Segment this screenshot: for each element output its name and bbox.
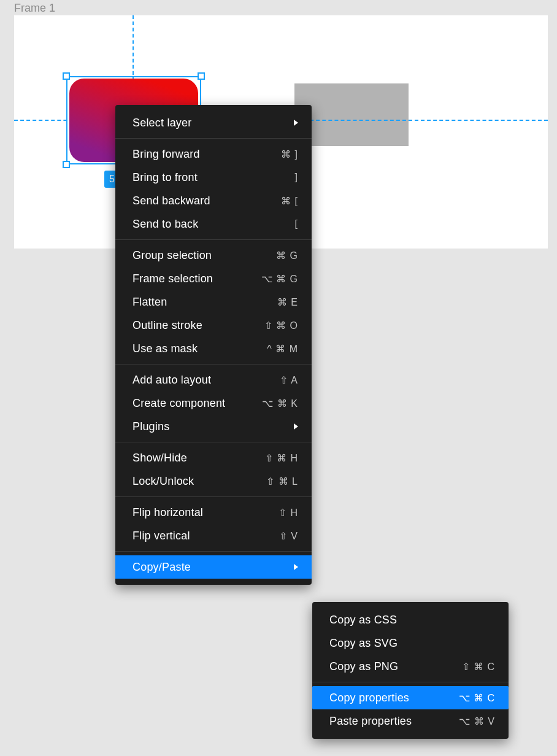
menu-item-use-as-mask[interactable]: Use as mask ^ ⌘ M (115, 337, 312, 360)
menu-item-label: Copy as PNG (329, 660, 398, 673)
menu-item-label: Select layer (133, 117, 191, 129)
menu-item-shortcut: ⇧ A (280, 374, 298, 386)
menu-item-shortcut: ⌥ ⌘ K (262, 398, 298, 409)
menu-item-shortcut: ⇧ ⌘ C (462, 661, 495, 673)
menu-item-label: Show/Hide (133, 452, 187, 465)
menu-item-label: Outline stroke (133, 319, 202, 332)
menu-item-shortcut: ⇧ V (279, 530, 298, 542)
menu-item-add-auto-layout[interactable]: Add auto layout ⇧ A (115, 368, 312, 392)
menu-item-copy-as-css[interactable]: Copy as CSS (312, 608, 509, 631)
resize-handle-top-left[interactable] (63, 72, 70, 80)
menu-item-shortcut: ⌘ ] (281, 148, 298, 160)
resize-handle-bottom-left[interactable] (63, 161, 70, 168)
menu-item-label: Copy as CSS (329, 614, 397, 627)
menu-separator (115, 496, 312, 497)
menu-separator (115, 442, 312, 442)
menu-item-shortcut: ⇧ ⌘ L (266, 476, 298, 487)
menu-separator (312, 682, 509, 682)
menu-separator (115, 138, 312, 139)
menu-item-label: Copy/Paste (133, 561, 191, 574)
menu-item-label: Copy properties (329, 692, 409, 704)
menu-item-copy-paste[interactable]: Copy/Paste (115, 555, 312, 579)
menu-item-send-backward[interactable]: Send backward ⌘ [ (115, 189, 312, 212)
menu-item-label: Lock/Unlock (133, 475, 194, 488)
menu-separator (115, 551, 312, 552)
menu-item-label: Create component (133, 397, 225, 410)
menu-item-label: Flip vertical (133, 530, 190, 542)
menu-item-flip-vertical[interactable]: Flip vertical ⇧ V (115, 524, 312, 547)
menu-item-label: Bring to front (133, 171, 198, 184)
menu-item-label: Send backward (133, 195, 210, 207)
menu-item-label: Frame selection (133, 272, 213, 285)
menu-item-label: Group selection (133, 249, 212, 262)
menu-item-copy-properties[interactable]: Copy properties ⌥ ⌘ C (312, 686, 509, 709)
menu-item-shortcut: ] (295, 172, 298, 183)
menu-separator (115, 364, 312, 364)
menu-item-shortcut: ⇧ ⌘ H (265, 452, 298, 464)
menu-item-group-selection[interactable]: Group selection ⌘ G (115, 244, 312, 267)
menu-item-flatten[interactable]: Flatten ⌘ E (115, 290, 312, 314)
submenu-arrow-icon (294, 423, 298, 430)
menu-item-copy-as-png[interactable]: Copy as PNG ⇧ ⌘ C (312, 655, 509, 678)
menu-item-bring-to-front[interactable]: Bring to front ] (115, 166, 312, 189)
menu-item-send-to-back[interactable]: Send to back [ (115, 212, 312, 236)
menu-item-shortcut: ^ ⌘ M (267, 343, 298, 355)
menu-item-label: Bring forward (133, 148, 200, 161)
menu-item-label: Flatten (133, 296, 167, 309)
menu-item-plugins[interactable]: Plugins (115, 415, 312, 438)
menu-item-shortcut: ⌥ ⌘ C (459, 692, 495, 704)
menu-item-label: Add auto layout (133, 374, 211, 387)
submenu-arrow-icon (294, 120, 298, 126)
menu-separator (115, 239, 312, 240)
menu-item-select-layer[interactable]: Select layer (115, 111, 312, 134)
menu-item-paste-properties[interactable]: Paste properties ⌥ ⌘ V (312, 709, 509, 733)
context-submenu-copy-paste[interactable]: Copy as CSS Copy as SVG Copy as PNG ⇧ ⌘ … (312, 602, 509, 739)
context-menu[interactable]: Select layer Bring forward ⌘ ] Bring to … (115, 105, 312, 585)
menu-item-label: Use as mask (133, 342, 198, 355)
menu-item-outline-stroke[interactable]: Outline stroke ⇧ ⌘ O (115, 314, 312, 337)
menu-item-label: Paste properties (329, 715, 412, 728)
menu-item-shortcut: ⇧ H (278, 507, 298, 519)
menu-item-label: Plugins (133, 420, 169, 433)
frame-label[interactable]: Frame 1 (14, 2, 55, 15)
menu-item-shortcut: ⌥ ⌘ V (459, 716, 495, 727)
menu-item-show-hide[interactable]: Show/Hide ⇧ ⌘ H (115, 446, 312, 469)
menu-item-label: Copy as SVG (329, 637, 398, 650)
menu-item-copy-as-svg[interactable]: Copy as SVG (312, 631, 509, 655)
menu-item-lock-unlock[interactable]: Lock/Unlock ⇧ ⌘ L (115, 469, 312, 493)
resize-handle-top-right[interactable] (198, 72, 205, 80)
menu-item-shortcut: ⌘ E (277, 296, 298, 308)
menu-item-label: Send to back (133, 218, 198, 231)
menu-item-bring-forward[interactable]: Bring forward ⌘ ] (115, 142, 312, 166)
menu-item-shortcut: ⌘ G (276, 250, 298, 261)
menu-item-frame-selection[interactable]: Frame selection ⌥ ⌘ G (115, 267, 312, 290)
menu-item-shortcut: ⇧ ⌘ O (264, 320, 298, 331)
menu-item-shortcut: ⌥ ⌘ G (261, 273, 298, 285)
menu-item-flip-horizontal[interactable]: Flip horizontal ⇧ H (115, 501, 312, 524)
canvas-stage: Frame 1 5 Select layer Bring forward ⌘ ]… (0, 0, 557, 756)
submenu-arrow-icon (294, 564, 298, 570)
menu-item-shortcut: ⌘ [ (281, 195, 298, 207)
menu-item-create-component[interactable]: Create component ⌥ ⌘ K (115, 392, 312, 415)
menu-item-label: Flip horizontal (133, 506, 203, 519)
menu-item-shortcut: [ (295, 218, 298, 230)
